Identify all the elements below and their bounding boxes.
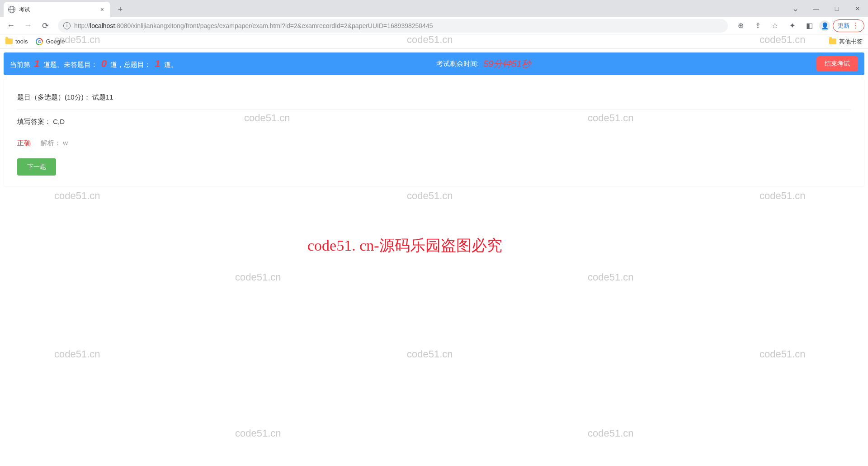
sidepanel-icon[interactable]: ◧ — [802, 19, 816, 33]
forward-button[interactable]: → — [21, 19, 35, 33]
watermark: code51.cn — [407, 348, 453, 360]
window-controls: ⌄ ― □ ✕ — [785, 0, 868, 17]
status-text: 当前第 1 道题。未答题目： 0 道，总题目： 1 道。 — [10, 58, 178, 70]
tab-dropdown-icon[interactable]: ⌄ — [785, 0, 806, 17]
folder-icon — [5, 38, 13, 44]
share-icon[interactable]: ⇪ — [750, 19, 765, 33]
question-label: 题目（多选题）(10分)： — [17, 93, 90, 101]
watermark: code51.cn — [235, 271, 281, 283]
minimize-icon[interactable]: ― — [806, 0, 826, 17]
bookmark-other[interactable]: 其他书签 — [829, 38, 863, 46]
analysis-text: w — [63, 139, 68, 147]
answer-row: 填写答案： C,D — [17, 109, 851, 134]
analysis-label: 解析： — [41, 139, 61, 147]
browser-tab-strip: 考试 × + ⌄ ― □ ✕ — [0, 0, 868, 17]
analysis-row: 正确 解析： w — [17, 134, 851, 158]
new-tab-button[interactable]: + — [114, 3, 127, 16]
question-card: 题目（多选题）(10分)： 试题11 填写答案： C,D 正确 解析： w 下一… — [4, 78, 864, 186]
watermark: code51.cn — [760, 348, 806, 360]
globe-icon — [8, 6, 15, 13]
google-icon — [36, 38, 43, 45]
answer-label: 填写答案： — [17, 118, 51, 125]
watermark: code51.cn — [760, 190, 806, 202]
bookmarks-bar: tools Google 其他书签 — [0, 34, 868, 49]
question-text: 试题11 — [92, 93, 113, 101]
correct-label: 正确 — [17, 139, 31, 147]
url-text: http://localhost:8080/xinlijiankangxiton… — [74, 22, 433, 29]
bookmark-google[interactable]: Google — [36, 38, 65, 45]
watermark-big: code51. cn-源码乐园盗图必究 — [307, 235, 502, 256]
watermark: code51.cn — [588, 271, 634, 283]
watermark: code51.cn — [407, 190, 453, 202]
next-question-button[interactable]: 下一题 — [17, 158, 56, 176]
back-button[interactable]: ← — [4, 19, 18, 33]
address-bar[interactable]: i http://localhost:8080/xinlijiankangxit… — [58, 19, 728, 33]
zoom-icon[interactable]: ⊕ — [733, 19, 748, 33]
browser-toolbar: ← → ⟳ i http://localhost:8080/xinlijiank… — [0, 17, 868, 34]
maximize-icon[interactable]: □ — [826, 0, 847, 17]
end-exam-button[interactable]: 结束考试 — [816, 56, 858, 71]
close-icon[interactable]: × — [99, 6, 106, 13]
watermark: code51.cn — [235, 428, 281, 439]
folder-icon — [829, 38, 836, 44]
timer-label: 考试剩余时间: — [436, 60, 479, 68]
bookmark-star-icon[interactable]: ☆ — [768, 19, 782, 33]
exam-status-bar: 当前第 1 道题。未答题目： 0 道，总题目： 1 道。 考试剩余时间: 59分… — [4, 52, 864, 75]
site-info-icon[interactable]: i — [63, 22, 71, 29]
window-close-icon[interactable]: ✕ — [847, 0, 868, 17]
bookmark-tools[interactable]: tools — [5, 38, 28, 45]
watermark: code51.cn — [54, 190, 100, 202]
update-button[interactable]: 更新⋮ — [833, 19, 864, 32]
page-content: 当前第 1 道题。未答题目： 0 道，总题目： 1 道。 考试剩余时间: 59分… — [0, 49, 868, 190]
answer-value: C,D — [53, 118, 65, 125]
question-title-row: 题目（多选题）(10分)： 试题11 — [17, 86, 851, 109]
extensions-icon[interactable]: ✦ — [785, 19, 799, 33]
tab-title: 考试 — [19, 6, 95, 14]
watermark: code51.cn — [54, 348, 100, 360]
reload-button[interactable]: ⟳ — [38, 19, 52, 33]
timer-value: 59分钟51秒 — [483, 58, 531, 70]
watermark: code51.cn — [588, 428, 634, 439]
browser-tab[interactable]: 考试 × — [4, 2, 110, 17]
profile-avatar-icon[interactable]: 👤 — [819, 20, 830, 31]
